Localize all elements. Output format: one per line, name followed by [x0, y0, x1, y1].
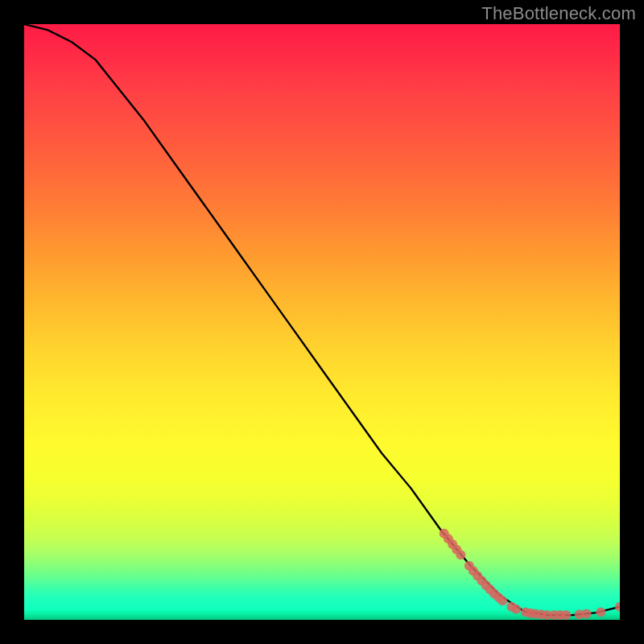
plot-area — [24, 24, 620, 620]
chart-svg — [24, 24, 620, 620]
marker-point — [596, 607, 605, 617]
marker-point — [615, 602, 620, 612]
marker-point — [511, 605, 521, 614]
highlight-markers — [440, 529, 620, 620]
chart-frame: TheBottleneck.com — [0, 0, 644, 644]
bottleneck-curve — [24, 24, 620, 615]
marker-point — [497, 596, 507, 605]
marker-point — [561, 610, 571, 620]
marker-point — [456, 550, 465, 559]
marker-point — [582, 609, 592, 619]
watermark-text: TheBottleneck.com — [481, 3, 636, 24]
